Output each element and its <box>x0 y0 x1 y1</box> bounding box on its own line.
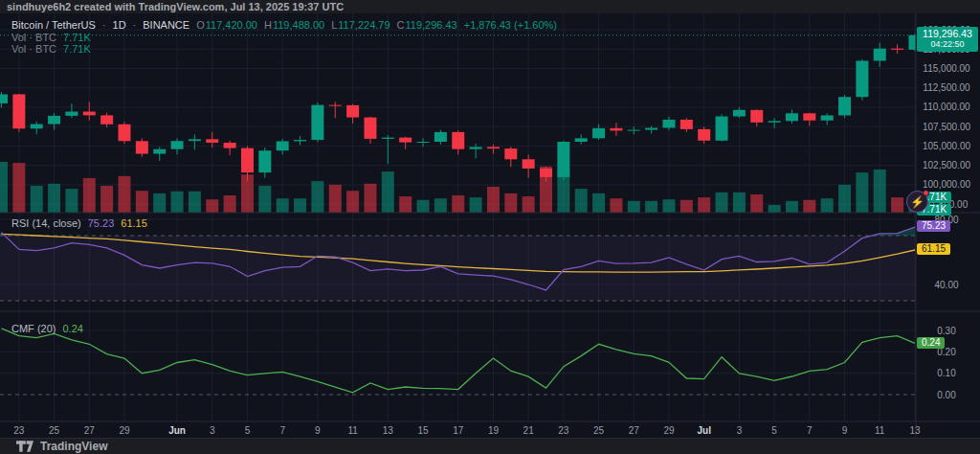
svg-text:29: 29 <box>663 425 675 436</box>
svg-text:29: 29 <box>119 425 130 436</box>
svg-text:Jul: Jul <box>697 425 711 436</box>
svg-text:25: 25 <box>49 425 60 436</box>
bar-countdown: 04:22:50 <box>919 39 976 50</box>
cmf-value-badge: 0.24 <box>917 337 945 349</box>
svg-text:21: 21 <box>523 425 535 436</box>
svg-text:11: 11 <box>347 425 358 436</box>
svg-text:Jun: Jun <box>168 425 186 436</box>
svg-text:23: 23 <box>558 425 569 436</box>
rsi-ma-current-value: 61.15 <box>121 217 147 229</box>
close-value: C119,296.43 <box>397 19 457 31</box>
symbol-legend[interactable]: Bitcoin / TetherUS · 1D · BINANCE O117,4… <box>11 19 557 31</box>
svg-text:25: 25 <box>593 425 605 436</box>
separator: · <box>133 19 137 31</box>
lightning-icon: ⚡ <box>910 195 924 209</box>
tradingview-wordmark[interactable]: TradingView <box>40 440 107 453</box>
last-price: 119,296.43 <box>919 29 976 39</box>
volume-legend-1[interactable]: Vol · BTC 7.71K <box>11 32 91 43</box>
svg-text:7: 7 <box>807 425 813 436</box>
svg-text:110,000.00: 110,000.00 <box>923 102 970 112</box>
svg-text:19: 19 <box>488 425 500 436</box>
rsi-ma-value-badge: 61.15 <box>917 243 950 255</box>
svg-text:0.00: 0.00 <box>937 390 956 400</box>
svg-text:5: 5 <box>771 425 777 436</box>
cmf-current-value: 0.24 <box>62 323 82 334</box>
svg-text:9: 9 <box>842 425 848 436</box>
symbol-name: Bitcoin / TetherUS <box>11 19 96 31</box>
svg-text:105,000.00: 105,000.00 <box>923 141 970 151</box>
svg-text:13: 13 <box>909 425 921 436</box>
svg-text:27: 27 <box>84 425 96 436</box>
notification-dot <box>923 190 929 196</box>
svg-text:107,500.00: 107,500.00 <box>923 122 970 132</box>
svg-text:3: 3 <box>737 425 743 436</box>
low-value: L117,224.79 <box>331 19 390 31</box>
change-value: +1,876.43 (+1.60%) <box>464 19 557 31</box>
svg-text:5: 5 <box>245 425 251 436</box>
footer-bar: TradingView <box>0 439 980 454</box>
svg-text:0.10: 0.10 <box>937 368 956 378</box>
svg-text:23: 23 <box>13 425 25 436</box>
svg-text:13: 13 <box>383 425 394 436</box>
exchange: BINANCE <box>143 19 189 31</box>
tradingview-chart-page: sindhuye6h2 created with TradingView.com… <box>0 0 980 454</box>
attribution-text: sindhuye6h2 created with TradingView.com… <box>7 1 344 12</box>
cmf-legend[interactable]: CMF (20) 0.24 <box>11 323 83 334</box>
rsi-value-badge: 75.23 <box>917 220 950 232</box>
svg-text:115,000.00: 115,000.00 <box>923 63 970 74</box>
timeframe: 1D <box>113 19 126 31</box>
svg-text:100,000.00: 100,000.00 <box>923 179 970 190</box>
svg-text:9: 9 <box>315 425 321 436</box>
price-badge: 119,296.43 04:22:50 <box>917 27 978 52</box>
svg-text:112,500.00: 112,500.00 <box>923 82 970 93</box>
svg-text:102,500.00: 102,500.00 <box>923 160 970 170</box>
tradingview-logo-icon[interactable] <box>16 441 33 452</box>
svg-text:17: 17 <box>453 425 464 436</box>
volume-legend-2[interactable]: Vol · BTC 7.71K <box>11 43 91 55</box>
svg-text:15: 15 <box>417 425 429 436</box>
boost-button[interactable]: ⚡ <box>906 191 928 213</box>
svg-text:7: 7 <box>279 425 285 436</box>
svg-text:27: 27 <box>629 425 640 436</box>
svg-text:3: 3 <box>210 425 215 436</box>
separator: · <box>102 19 106 31</box>
rsi-current-value: 75.23 <box>88 217 115 229</box>
svg-text:11: 11 <box>875 425 885 436</box>
open-value: O117,420.00 <box>196 19 257 31</box>
svg-text:0.30: 0.30 <box>937 326 956 336</box>
high-value: H119,488.00 <box>264 19 324 31</box>
rsi-legend[interactable]: RSI (14, close) 75.23 61.15 <box>11 217 147 229</box>
svg-text:40.00: 40.00 <box>934 280 958 290</box>
